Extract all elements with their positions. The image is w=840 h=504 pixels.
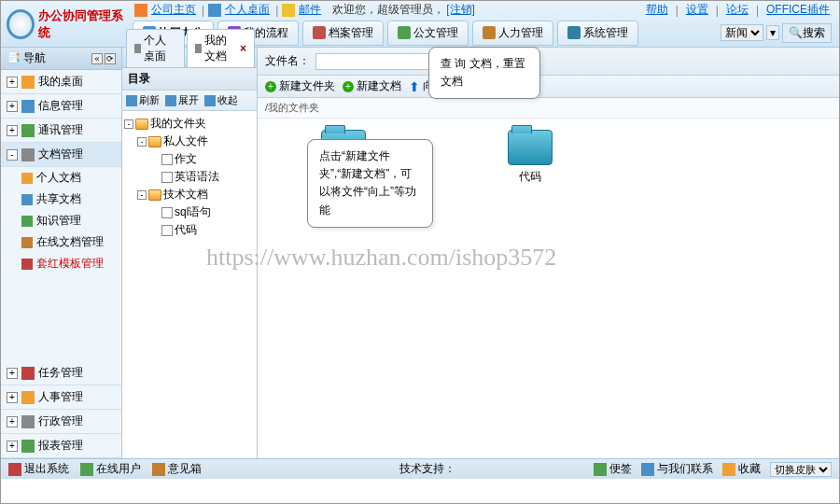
tree-essay[interactable]: 作文 bbox=[124, 150, 255, 168]
tab-hr[interactable]: 人力管理 bbox=[472, 21, 553, 46]
search-button[interactable]: 🔍搜索 bbox=[782, 23, 832, 43]
refresh-icon bbox=[126, 95, 137, 106]
nav-my-desktop[interactable]: +我的桌面 bbox=[1, 70, 121, 94]
nav-collapse-icon[interactable]: « bbox=[91, 53, 103, 64]
footer-notes[interactable]: 便签 bbox=[594, 461, 632, 477]
admin-icon bbox=[21, 415, 35, 428]
tab-official-doc[interactable]: 公文管理 bbox=[387, 21, 469, 46]
inner-tab-desktop[interactable]: 个人桌面 bbox=[126, 29, 185, 67]
footer-online-users[interactable]: 在线用户 bbox=[80, 461, 141, 477]
filename-label: 文件名： bbox=[265, 53, 310, 69]
logout-icon bbox=[8, 463, 21, 476]
folder-icon bbox=[21, 173, 33, 184]
doc-icon bbox=[195, 44, 202, 53]
nav-doc-mgmt[interactable]: -文档管理 bbox=[1, 143, 121, 167]
hr-icon bbox=[483, 26, 496, 39]
nav-knowledge[interactable]: 知识管理 bbox=[1, 210, 121, 231]
tree-toggle-icon[interactable]: - bbox=[124, 119, 133, 129]
folder-label: 代码 bbox=[519, 169, 541, 185]
tab-system[interactable]: 系统管理 bbox=[557, 21, 638, 46]
logout-link[interactable]: [注销] bbox=[444, 3, 477, 16]
tree-root[interactable]: -我的文件夹 bbox=[124, 115, 255, 133]
collapse-icon[interactable]: - bbox=[7, 149, 18, 161]
folder-icon bbox=[135, 119, 148, 130]
nav-personal-doc[interactable]: 个人文档 bbox=[1, 167, 121, 189]
person-icon bbox=[21, 391, 35, 404]
nav-admin[interactable]: +行政管理 bbox=[1, 410, 121, 434]
nav-refresh-icon[interactable]: ⟳ bbox=[105, 53, 116, 64]
link-company-home[interactable]: 公司主页 bbox=[149, 2, 198, 18]
search-bar: 文件名： 🔍查询 重置 bbox=[258, 48, 839, 76]
expand-icon[interactable]: + bbox=[7, 77, 18, 88]
folder-icon bbox=[508, 130, 553, 165]
nav-shared-doc[interactable]: 共享文档 bbox=[1, 189, 121, 210]
link-mail[interactable]: 邮件 bbox=[297, 2, 323, 18]
footer-contact[interactable]: 与我们联系 bbox=[641, 461, 713, 477]
new-folder-button[interactable]: +新建文件夹 bbox=[265, 78, 335, 94]
file-icon bbox=[161, 154, 173, 165]
tree-tech[interactable]: -技术文档 bbox=[124, 186, 255, 203]
filename-input[interactable] bbox=[315, 53, 437, 70]
link-office-plugin[interactable]: OFFICE插件 bbox=[764, 2, 832, 18]
folder-item-code[interactable]: 代码 bbox=[502, 130, 558, 185]
sidebar: 📑 导航 «⟳ +我的桌面 +信息管理 +通讯管理 -文档管理 个人文档 共享文… bbox=[1, 48, 122, 458]
welcome-text: 欢迎您，超级管理员，[注销] bbox=[332, 2, 477, 18]
footer-feedback[interactable]: 意见箱 bbox=[152, 461, 202, 477]
footer-logout[interactable]: 退出系统 bbox=[8, 461, 69, 477]
note-icon bbox=[594, 463, 607, 476]
nav-comm-mgmt[interactable]: +通讯管理 bbox=[1, 119, 121, 143]
folder-icon bbox=[21, 194, 33, 205]
nav-task-mgmt[interactable]: +任务管理 bbox=[1, 361, 121, 385]
comm-icon bbox=[21, 124, 35, 137]
expand-icon[interactable]: + bbox=[7, 441, 18, 452]
nav-header: 📑 导航 «⟳ bbox=[1, 48, 121, 70]
report-icon bbox=[21, 440, 35, 453]
system-icon bbox=[567, 26, 581, 39]
tree-private[interactable]: -私人文件 bbox=[124, 133, 255, 150]
tree-english[interactable]: 英语语法 bbox=[124, 168, 255, 186]
nav-title: 导航 bbox=[23, 51, 46, 64]
expand-icon[interactable]: + bbox=[7, 368, 18, 379]
tab-archive[interactable]: 档案管理 bbox=[302, 21, 384, 46]
tree-toolbar: 刷新 展开 收起 bbox=[122, 91, 257, 111]
folder-icon bbox=[148, 189, 161, 201]
nav-template[interactable]: 套红模板管理 bbox=[1, 253, 121, 274]
tree-sql[interactable]: sql语句 bbox=[124, 203, 255, 221]
footer-support: 技术支持： bbox=[399, 461, 455, 477]
expand-icon[interactable]: + bbox=[7, 392, 18, 403]
link-help[interactable]: 帮助 bbox=[644, 2, 670, 18]
tree-refresh[interactable]: 刷新 bbox=[126, 93, 160, 107]
callout-query: 查 询 文档，重置文档 bbox=[428, 47, 540, 99]
search-dropdown-icon[interactable]: ▾ bbox=[766, 25, 779, 40]
footer-favorite[interactable]: 收藏 bbox=[722, 461, 761, 477]
tree-toggle-icon[interactable]: - bbox=[137, 190, 147, 200]
tree-expand[interactable]: 展开 bbox=[165, 93, 199, 107]
doc-icon bbox=[21, 148, 35, 161]
link-forum[interactable]: 论坛 bbox=[724, 2, 750, 18]
nav-personnel[interactable]: +人事管理 bbox=[1, 385, 121, 410]
expand-icon[interactable]: + bbox=[7, 416, 18, 427]
tree-toggle-icon[interactable]: - bbox=[137, 137, 147, 147]
breadcrumb[interactable]: /我的文件夹 bbox=[258, 98, 839, 119]
expand-icon[interactable]: + bbox=[7, 125, 18, 136]
tree-collapse[interactable]: 收起 bbox=[204, 93, 238, 107]
header-search: 新闻 ▾ 🔍搜索 bbox=[721, 23, 839, 43]
expand-icon bbox=[165, 95, 176, 106]
search-category-select[interactable]: 新闻 bbox=[721, 24, 763, 41]
nav-online-doc[interactable]: 在线文档管理 bbox=[1, 231, 121, 253]
tree-code[interactable]: 代码 bbox=[124, 221, 255, 239]
close-icon[interactable]: × bbox=[240, 42, 246, 55]
mail-icon bbox=[282, 4, 295, 17]
new-doc-button[interactable]: +新建文档 bbox=[343, 78, 401, 94]
action-toolbar: +新建文件夹 +新建文档 ⬆向上 ⟳刷新 ✖删除 bbox=[258, 76, 839, 98]
expand-icon[interactable]: + bbox=[7, 101, 18, 112]
link-settings[interactable]: 设置 bbox=[684, 2, 710, 18]
content-area: 文件名： 🔍查询 重置 +新建文件夹 +新建文档 ⬆向上 ⟳刷新 ✖删除 /我的… bbox=[258, 48, 839, 458]
feedback-icon bbox=[152, 463, 165, 476]
inner-tab-mydoc[interactable]: 我的文档× bbox=[187, 29, 255, 67]
plus-icon: + bbox=[265, 81, 276, 92]
nav-info-mgmt[interactable]: +信息管理 bbox=[1, 94, 121, 119]
nav-report[interactable]: +报表管理 bbox=[1, 434, 121, 458]
link-personal-desktop[interactable]: 个人桌面 bbox=[223, 2, 272, 18]
skin-select[interactable]: 切换皮肤 bbox=[770, 462, 832, 477]
